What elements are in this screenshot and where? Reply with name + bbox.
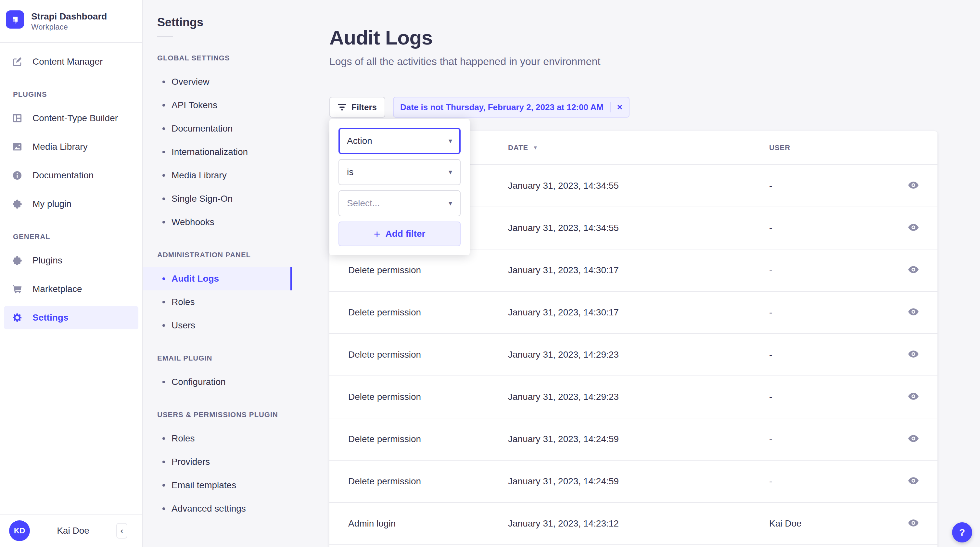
eye-icon <box>908 477 919 487</box>
view-details-button[interactable] <box>904 388 923 406</box>
section-label-general: GENERAL <box>0 232 142 241</box>
subnav-item-documentation[interactable]: Documentation <box>143 117 292 140</box>
subnav-item-advanced-settings[interactable]: Advanced settings <box>143 497 292 520</box>
cell-user: - <box>769 307 889 318</box>
bullet-icon <box>162 437 165 440</box>
sidebar-item-my-plugin[interactable]: My plugin <box>4 192 138 216</box>
subnav-item-label: Providers <box>172 457 210 467</box>
subnav-item-email-templates[interactable]: Email templates <box>143 474 292 497</box>
subnav-item-roles[interactable]: Roles <box>143 290 292 314</box>
filter-operator-select[interactable]: is ▾ <box>339 159 461 185</box>
cell-date: January 31, 2023, 14:30:17 <box>508 265 769 275</box>
view-details-button[interactable] <box>904 515 923 533</box>
chevron-left-icon: ‹ <box>121 526 123 535</box>
view-details-button[interactable] <box>904 261 923 279</box>
eye-icon <box>908 308 919 318</box>
sidebar-item-content-manager[interactable]: Content Manager <box>4 50 138 73</box>
view-details-button[interactable] <box>904 219 923 237</box>
subnav-group-users-permissions-plugin: USERS & PERMISSIONS PLUGIN <box>143 410 292 419</box>
filter-popover: Action ▾ is ▾ Select... ▾ + Add filter <box>329 119 470 255</box>
filter-field-select[interactable]: Action ▾ <box>339 128 461 154</box>
subnav-item-users[interactable]: Users <box>143 314 292 337</box>
table-row: Delete permission January 31, 2023, 14:2… <box>329 461 937 503</box>
collapse-sidebar-button[interactable]: ‹ <box>116 523 127 539</box>
subnav-item-label: Documentation <box>172 123 232 134</box>
subnav-item-api-tokens[interactable]: API Tokens <box>143 94 292 117</box>
sidebar-item-marketplace[interactable]: Marketplace <box>4 277 138 301</box>
bullet-icon <box>162 301 165 304</box>
subnav-item-media-library[interactable]: Media Library <box>143 164 292 187</box>
page-subtitle: Logs of all the activities that happened… <box>329 56 980 68</box>
view-details-button[interactable] <box>904 430 923 448</box>
cell-action: Delete permission <box>329 392 508 402</box>
sidebar-item-plugins[interactable]: Plugins <box>4 249 138 272</box>
table-row-partial <box>329 545 937 547</box>
eye-icon <box>908 434 919 444</box>
sidebar-item-media-library[interactable]: Media Library <box>4 135 138 159</box>
cell-date: January 31, 2023, 14:24:59 <box>508 476 769 487</box>
sidebar-item-content-type-builder[interactable]: Content-Type Builder <box>4 107 138 130</box>
cell-action: Delete permission <box>329 350 508 360</box>
table-row: Delete permission January 31, 2023, 14:3… <box>329 292 937 334</box>
view-details-button[interactable] <box>904 346 923 364</box>
page-header: Audit Logs Logs of all the activities th… <box>292 0 980 68</box>
bullet-icon <box>162 104 165 107</box>
subnav-item-configuration[interactable]: Configuration <box>143 370 292 394</box>
main-content: Audit Logs Logs of all the activities th… <box>292 0 980 547</box>
subnav-divider <box>157 36 173 37</box>
table-row: Delete permission January 31, 2023, 14:2… <box>329 376 937 418</box>
filters-button-label: Filters <box>352 102 377 112</box>
sidebar-item-settings[interactable]: Settings <box>4 306 138 329</box>
subnav-item-audit-logs[interactable]: Audit Logs <box>143 267 292 290</box>
view-details-button[interactable] <box>904 177 923 195</box>
sidebar-item-documentation[interactable]: Documentation <box>4 164 138 187</box>
help-button[interactable]: ? <box>952 522 972 542</box>
filter-value-select[interactable]: Select... ▾ <box>339 190 461 216</box>
view-details-button[interactable] <box>904 472 923 490</box>
subnav-item-overview[interactable]: Overview <box>143 70 292 94</box>
filters-bar: Filters Date is not Thursday, February 2… <box>329 97 980 118</box>
bullet-icon <box>162 197 165 200</box>
puzzle-icon <box>12 256 22 266</box>
subnav-item-single-sign-on[interactable]: Single Sign-On <box>143 187 292 210</box>
cell-action: Delete permission <box>329 307 508 318</box>
filters-button[interactable]: Filters <box>329 97 385 118</box>
close-icon[interactable]: × <box>617 103 622 112</box>
add-filter-button[interactable]: + Add filter <box>339 221 461 246</box>
eye-icon <box>908 181 919 191</box>
subnav-item-up-roles[interactable]: Roles <box>143 427 292 450</box>
subnav-item-webhooks[interactable]: Webhooks <box>143 210 292 234</box>
filter-chip[interactable]: Date is not Thursday, February 2, 2023 a… <box>393 97 630 118</box>
chip-divider <box>610 102 611 112</box>
workspace-subtitle: Workplace <box>31 22 107 32</box>
cell-action: Delete permission <box>329 265 508 275</box>
sidebar-item-label: Content Manager <box>32 57 103 67</box>
column-header-label: USER <box>769 143 790 152</box>
view-details-button[interactable] <box>904 304 923 321</box>
cell-user: - <box>769 265 889 275</box>
bullet-icon <box>162 277 165 280</box>
bullet-icon <box>162 151 165 153</box>
bullet-icon <box>162 174 165 177</box>
subnav-item-providers[interactable]: Providers <box>143 450 292 474</box>
user-menu[interactable]: KD Kai Doe ‹ <box>0 514 142 547</box>
subnav-item-label: Overview <box>172 77 210 87</box>
cell-date: January 31, 2023, 14:34:55 <box>508 181 769 191</box>
subnav-item-label: Roles <box>172 297 195 307</box>
user-name: Kai Doe <box>35 526 111 536</box>
cell-user: - <box>769 434 889 444</box>
strapi-admin-app: Strapi Dashboard Workplace Content Manag… <box>0 0 980 547</box>
column-header-date[interactable]: DATE ▼ <box>508 143 769 152</box>
eye-icon <box>908 223 919 233</box>
cell-date: January 31, 2023, 14:24:59 <box>508 434 769 444</box>
subnav-title: Settings <box>143 0 292 29</box>
bullet-icon <box>162 127 165 130</box>
bullet-icon <box>162 81 165 83</box>
bullet-icon <box>162 461 165 463</box>
layout-icon <box>12 113 22 123</box>
eye-icon <box>908 350 919 360</box>
eye-icon <box>908 266 919 275</box>
workspace-switcher[interactable]: Strapi Dashboard Workplace <box>0 0 142 43</box>
subnav-item-internationalization[interactable]: Internationalization <box>143 140 292 164</box>
cell-action: Delete permission <box>329 434 508 444</box>
